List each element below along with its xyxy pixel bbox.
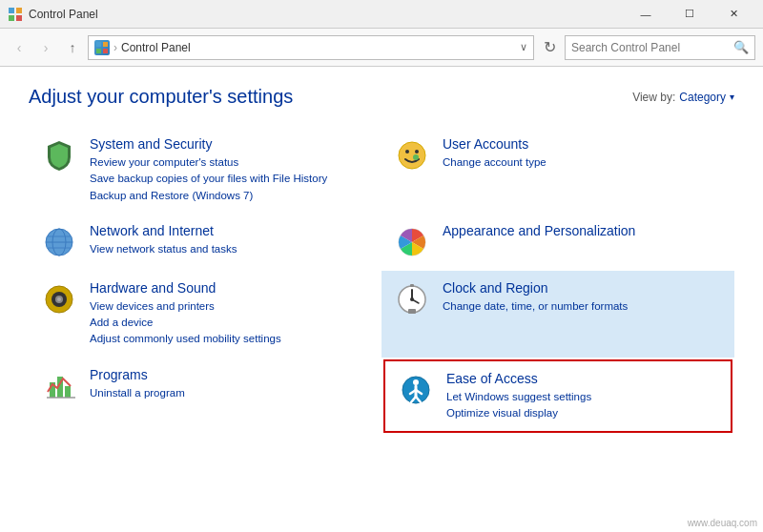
viewby-dropdown-icon[interactable]: ▾ <box>730 92 734 102</box>
titlebar: Control Panel — ☐ ✕ <box>0 0 763 29</box>
forward-button[interactable]: › <box>34 36 57 59</box>
category-link[interactable]: View network status and tasks <box>90 241 370 257</box>
category-icon-appearance-personalization <box>393 223 431 261</box>
category-info-network-internet: Network and Internet View network status… <box>90 223 370 257</box>
category-link[interactable]: Adjust commonly used mobility settings <box>90 331 370 347</box>
back-button[interactable]: ‹ <box>8 36 31 59</box>
breadcrumb-separator: › <box>113 41 117 54</box>
search-icon: 🔍 <box>733 40 749 54</box>
page-title: Adjust your computer's settings <box>29 86 293 108</box>
svg-point-21 <box>57 297 61 301</box>
svg-rect-1 <box>16 8 22 13</box>
category-item-appearance-personalization[interactable]: Appearance and Personalization <box>382 214 734 271</box>
category-title-hardware-sound[interactable]: Hardware and Sound <box>90 280 370 296</box>
category-link[interactable]: Backup and Restore (Windows 7) <box>90 188 370 204</box>
svg-point-10 <box>415 150 419 153</box>
category-item-system-security[interactable]: System and Security Review your computer… <box>29 127 382 214</box>
watermark: www.deuaq.com <box>688 518 757 528</box>
category-link[interactable]: Change date, time, or number formats <box>443 298 723 315</box>
viewby-label: View by: <box>632 91 675 104</box>
category-icon-hardware-sound <box>40 280 78 318</box>
category-info-system-security: System and Security Review your computer… <box>90 136 370 204</box>
viewby-control: View by: Category ▾ <box>632 91 734 104</box>
close-button[interactable]: ✕ <box>711 0 755 29</box>
category-icon-user-accounts <box>393 136 431 174</box>
category-link[interactable]: Change account type <box>443 154 723 171</box>
address-dropdown-btn[interactable]: ∨ <box>520 41 527 53</box>
svg-point-25 <box>410 297 414 301</box>
category-item-programs[interactable]: Programs Uninstall a program <box>29 358 382 436</box>
path-icon <box>94 40 110 55</box>
page-header: Adjust your computer's settings View by:… <box>29 86 734 108</box>
category-title-system-security[interactable]: System and Security <box>90 136 370 152</box>
category-item-user-accounts[interactable]: User Accounts Change account type <box>382 127 734 214</box>
category-info-clock-region: Clock and Region Change date, time, or n… <box>443 280 723 315</box>
category-icon-clock-region <box>393 280 431 318</box>
category-link[interactable]: Let Windows suggest settings <box>446 389 719 405</box>
category-title-appearance-personalization[interactable]: Appearance and Personalization <box>443 223 723 238</box>
svg-rect-7 <box>103 49 108 53</box>
category-link[interactable]: Uninstall a program <box>90 385 370 401</box>
address-box[interactable]: › Control Panel ∨ <box>88 35 534 60</box>
category-link[interactable]: Review your computer's status <box>90 154 370 171</box>
category-info-user-accounts: User Accounts Change account type <box>443 136 723 171</box>
category-title-clock-region[interactable]: Clock and Region <box>443 280 723 296</box>
category-icon-programs <box>40 367 78 405</box>
category-icon-system-security <box>40 136 78 174</box>
addressbar: ‹ › ↑ › Control Panel ∨ ↻ 🔍 <box>0 29 763 67</box>
categories-grid: System and Security Review your computer… <box>29 127 734 435</box>
category-title-programs[interactable]: Programs <box>90 367 370 382</box>
category-link[interactable]: Add a device <box>90 315 370 331</box>
address-path: Control Panel <box>121 41 191 54</box>
category-title-network-internet[interactable]: Network and Internet <box>90 223 370 238</box>
up-button[interactable]: ↑ <box>61 36 84 59</box>
category-info-appearance-personalization: Appearance and Personalization <box>443 223 723 241</box>
main-content: Adjust your computer's settings View by:… <box>0 67 763 532</box>
svg-rect-26 <box>408 309 416 314</box>
category-link[interactable]: Save backup copies of your files with Fi… <box>90 171 370 187</box>
category-title-user-accounts[interactable]: User Accounts <box>443 136 723 152</box>
category-item-clock-region[interactable]: Clock and Region Change date, time, or n… <box>382 271 734 358</box>
category-info-ease-of-access: Ease of Access Let Windows suggest setti… <box>446 371 719 422</box>
svg-rect-27 <box>410 284 414 287</box>
category-link[interactable]: Optimize visual display <box>446 405 719 421</box>
titlebar-controls: — ☐ ✕ <box>624 0 755 29</box>
svg-rect-3 <box>16 15 22 21</box>
svg-point-9 <box>405 150 409 153</box>
svg-rect-5 <box>103 42 108 47</box>
svg-rect-4 <box>96 42 101 47</box>
svg-point-8 <box>399 142 425 169</box>
refresh-button[interactable]: ↻ <box>538 36 561 59</box>
svg-rect-30 <box>65 386 71 398</box>
viewby-value[interactable]: Category <box>679 91 726 104</box>
category-title-ease-of-access[interactable]: Ease of Access <box>446 371 719 386</box>
category-item-ease-of-access[interactable]: Ease of Access Let Windows suggest setti… <box>383 359 732 434</box>
titlebar-app-icon <box>8 7 23 22</box>
category-info-programs: Programs Uninstall a program <box>90 367 370 401</box>
search-input[interactable] <box>571 41 733 54</box>
maximize-button[interactable]: ☐ <box>668 0 711 29</box>
svg-rect-2 <box>9 15 14 21</box>
search-box[interactable]: 🔍 <box>565 35 755 60</box>
svg-rect-0 <box>9 8 14 13</box>
category-icon-ease-of-access <box>397 371 435 409</box>
svg-point-33 <box>413 379 419 385</box>
category-info-hardware-sound: Hardware and Sound View devices and prin… <box>90 280 370 348</box>
category-item-hardware-sound[interactable]: Hardware and Sound View devices and prin… <box>29 271 382 358</box>
minimize-button[interactable]: — <box>624 0 668 29</box>
svg-rect-6 <box>96 49 101 53</box>
category-link[interactable]: View devices and printers <box>90 298 370 315</box>
category-item-network-internet[interactable]: Network and Internet View network status… <box>29 214 382 271</box>
titlebar-title: Control Panel <box>29 8 624 21</box>
svg-point-11 <box>413 154 419 160</box>
category-icon-network-internet <box>40 223 78 261</box>
